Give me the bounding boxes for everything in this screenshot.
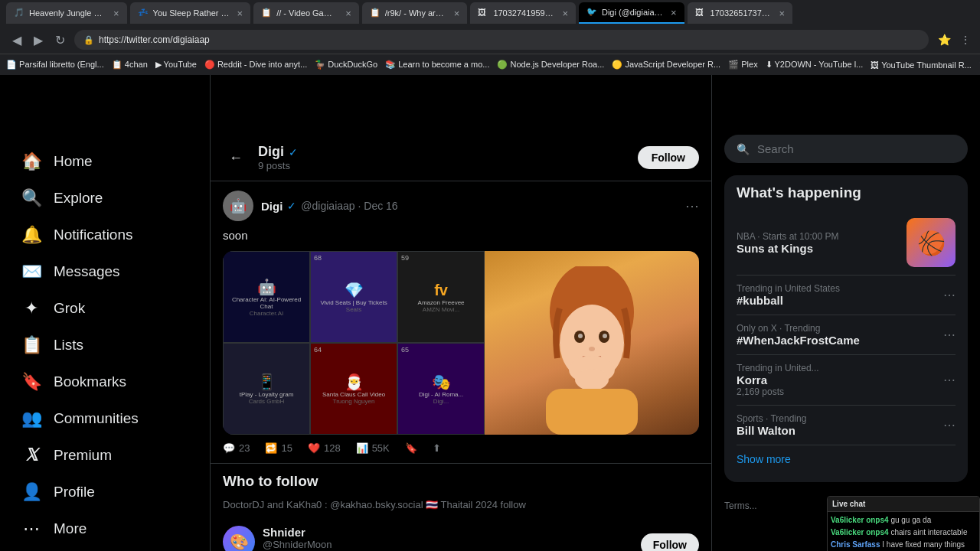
follow-suggestion-button[interactable]: Follow	[641, 533, 699, 552]
forward-browser-button[interactable]: ▶	[31, 30, 46, 51]
tab-close-1[interactable]: ×	[113, 8, 119, 19]
bookmark-y2down[interactable]: ⬇ Y2DOWN - YouTube l...	[766, 60, 864, 70]
reply-action[interactable]: 💬 23	[223, 442, 250, 454]
back-browser-button[interactable]: ◀	[9, 30, 24, 51]
menu-icon[interactable]: ⋮	[960, 34, 971, 46]
profile-name: Digi	[258, 144, 284, 160]
browser-tab-4[interactable]: 📋 /r9k/ - Why are normies s... ×	[362, 2, 468, 24]
svg-point-8	[575, 369, 609, 390]
like-icon: ❤️	[308, 442, 320, 454]
sidebar-label-more: More	[54, 520, 87, 537]
browser-tab-7[interactable]: 🖼 17032651737325348.jpg... ×	[688, 2, 793, 24]
character-image	[485, 251, 699, 435]
bookmark-4chan[interactable]: 📋 4chan	[112, 60, 148, 70]
bookmark-reddit[interactable]: 🔴 Reddit - Dive into anyt...	[204, 60, 307, 70]
follow-profile-button[interactable]: Follow	[638, 146, 699, 169]
share-action[interactable]: ⬆	[433, 442, 441, 454]
bookmark-learn[interactable]: 📚 Learn to become a mo...	[385, 60, 489, 70]
bookmark-thumbnail[interactable]: 🖼 YouTube Thumbnail R...	[871, 60, 971, 70]
sidebar-label-notifications: Notifications	[54, 227, 133, 243]
app-cell-3: 59 fv Amazon Freevee AMZN Movi...	[397, 251, 485, 343]
sidebar-item-more[interactable]: ⋯ More	[9, 511, 201, 546]
retweet-action[interactable]: 🔁 15	[265, 442, 292, 454]
tweet-avatar: 🤖	[223, 191, 253, 221]
app-cell-5: 64 🎅 Santa Claus Call Video Truong Nguye…	[310, 343, 397, 435]
bookmark-action[interactable]: 🔖	[405, 442, 417, 454]
trending-tag-korra: Korra	[737, 373, 943, 386]
trending-item-korra[interactable]: Trending in United... Korra 2,169 posts …	[737, 355, 956, 406]
sidebar-item-lists[interactable]: 📋 Lists	[9, 328, 201, 363]
right-panel: 🔍 What's happening NBA · Starts at 10:00…	[712, 67, 980, 551]
tab-close-4[interactable]: ×	[454, 8, 460, 19]
bookmark-nodejs[interactable]: 🟢 Node.js Developer Roa...	[497, 60, 604, 70]
trending-item-billwalton[interactable]: Sports · Trending Bill Walton ⋯	[737, 406, 956, 445]
trending-meta-korra: Trending in United...	[737, 363, 943, 373]
bookmark-youtube[interactable]: ▶ YouTube	[155, 60, 197, 70]
search-bar[interactable]: 🔍	[724, 135, 968, 163]
tab-close-6[interactable]: ×	[671, 7, 677, 18]
trending-item-jackfrost[interactable]: Only on X · Trending #WhenJackFrostCame …	[737, 315, 956, 355]
sidebar-item-bookmarks[interactable]: 🔖 Bookmarks	[9, 364, 201, 399]
sidebar-item-messages[interactable]: ✉️ Messages	[9, 254, 201, 289]
views-action[interactable]: 📊 55K	[356, 442, 390, 454]
browser-tab-1[interactable]: 🎵 Heavenly Jungle Mix 3 - Y... ×	[6, 2, 127, 24]
post-count: 9 posts	[258, 160, 298, 171]
trending-more-icon-billwalton[interactable]: ⋯	[943, 418, 956, 432]
tab-close-5[interactable]: ×	[562, 8, 568, 19]
sidebar-item-profile[interactable]: 👤 Profile	[9, 474, 201, 510]
trending-meta-billwalton: Sports · Trending	[737, 413, 943, 424]
messages-icon: ✉️	[21, 262, 41, 282]
trending-more-icon-jackfrost[interactable]: ⋯	[943, 328, 956, 342]
explore-icon: 🔍	[21, 188, 41, 208]
url-text: https://twitter.com/digiaiaap	[99, 34, 210, 45]
browser-tab-5[interactable]: 🖼 1703274195934822.jpg... ×	[470, 2, 576, 24]
lock-icon: 🔒	[83, 35, 94, 45]
browser-tab-3[interactable]: 📋 // - Video Games - 4chan ×	[253, 2, 359, 24]
tweet-more-button[interactable]: ⋯	[685, 197, 699, 214]
sidebar-item-home[interactable]: 🏠 Home	[9, 144, 201, 179]
browser-address-bar: ◀ ▶ ↻ 🔒 https://twitter.com/digiaiaap ⭐ …	[0, 26, 980, 54]
like-action[interactable]: ❤️ 128	[308, 442, 341, 454]
search-input[interactable]	[757, 142, 956, 155]
show-more-trending[interactable]: Show more	[737, 445, 956, 473]
suggestion-avatar: 🎨	[223, 526, 255, 551]
tab-close-3[interactable]: ×	[345, 8, 351, 19]
bookmark-parsifal[interactable]: 📄 Parsifal libretto (Engl...	[6, 60, 104, 70]
sidebar-label-communities: Communities	[54, 410, 139, 427]
trending-title: What's happening	[737, 184, 956, 201]
sidebar-label-explore: Explore	[54, 190, 103, 207]
sidebar-item-explore[interactable]: 🔍 Explore	[9, 181, 201, 216]
trending-more-icon-kubball[interactable]: ⋯	[943, 288, 956, 302]
chat-messages: Va6licker onps4 gu gu ga da Va6licker on…	[828, 512, 979, 551]
trending-item-kubball[interactable]: Trending in United States #kubball ⋯	[737, 276, 956, 315]
tab-close-7[interactable]: ×	[779, 8, 786, 19]
tab-close-2[interactable]: ×	[237, 8, 243, 19]
sidebar-label-premium: Premium	[54, 447, 112, 464]
sidebar-label-bookmarks: Bookmarks	[54, 373, 126, 390]
who-to-follow-title: Who to follow	[223, 473, 699, 490]
bookmark-plex[interactable]: 🎬 Plex	[728, 60, 757, 70]
browser-tab-2[interactable]: 💤 You Sleep Rather Soundly... ×	[130, 2, 251, 24]
sidebar-item-grok[interactable]: ✦ Grok	[9, 291, 201, 326]
sidebar-item-premium[interactable]: 𝕏 Premium	[9, 438, 201, 473]
grok-icon: ✦	[21, 298, 41, 318]
bookmark-duckduckgo[interactable]: 🦆 DuckDuckGo	[315, 60, 377, 70]
back-button[interactable]: ←	[223, 145, 249, 171]
tweet-actions: 💬 23 🔁 15 ❤️ 128 📊 55K 🔖	[223, 442, 699, 454]
extensions-icon[interactable]: ⭐	[938, 34, 951, 46]
sidebar-label-grok: Grok	[54, 300, 85, 317]
chat-msg-2: Va6licker onps4 chairs aint interactable	[831, 527, 976, 537]
browser-tab-6-active[interactable]: 🐦 Digi (@digiaiaap) / X ×	[579, 2, 684, 24]
browser-chrome: 🎵 Heavenly Jungle Mix 3 - Y... × 💤 You S…	[0, 0, 980, 67]
bookmark-js[interactable]: 🟡 JavaScript Developer R...	[612, 60, 720, 70]
live-chat-title: Live chat	[828, 497, 979, 512]
follow-suggestion-item: 🎨 Shnider @ShniderMoon Just a guy who li…	[223, 520, 699, 551]
sidebar-item-communities[interactable]: 👥 Communities	[9, 401, 201, 436]
url-input[interactable]: 🔒 https://twitter.com/digiaiaap	[74, 30, 929, 50]
trending-item-nba[interactable]: NBA · Starts at 10:00 PM Suns at Kings 🏀	[737, 210, 956, 276]
sidebar-item-notifications[interactable]: 🔔 Notifications	[9, 217, 201, 253]
trending-more-icon-korra[interactable]: ⋯	[943, 373, 956, 387]
tweet-media: 🤖 Character AI: AI-Powered Chat Characte…	[223, 251, 699, 435]
refresh-browser-button[interactable]: ↻	[52, 30, 68, 51]
app-cell-4: 📱 tPlay - Loyalty gram Cards GmbH	[223, 343, 310, 435]
